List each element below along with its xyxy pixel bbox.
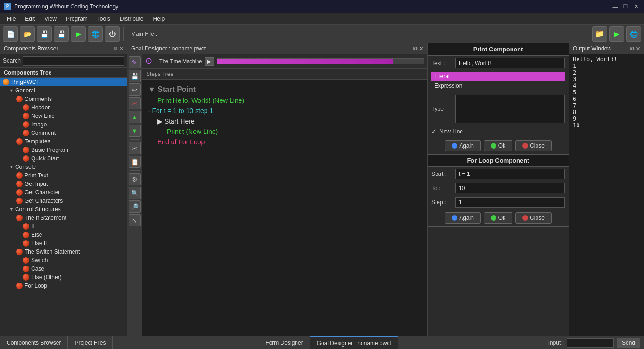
menu-item-help[interactable]: Help	[149, 15, 170, 23]
tree-node-getcharacter[interactable]: Get Character	[0, 188, 127, 197]
copy-tool[interactable]: ✂	[129, 142, 141, 154]
run-right-button[interactable]: ▶	[609, 26, 624, 42]
search-input[interactable]	[23, 56, 124, 66]
tree-node-controlstructures[interactable]: ▼Control Structures	[0, 205, 127, 214]
settings-tool[interactable]: ⚙	[129, 173, 141, 185]
tree-node-header[interactable]: Header	[0, 103, 127, 112]
print-close-button[interactable]: Close	[515, 140, 552, 151]
again-icon	[452, 143, 457, 149]
run-button[interactable]: ▶	[71, 26, 86, 42]
output-float-button[interactable]: ⧉	[630, 45, 635, 52]
minimize-button[interactable]: —	[611, 2, 619, 11]
tree-node-getinput[interactable]: Get Input	[0, 180, 127, 188]
web-button[interactable]: 🌐	[88, 26, 103, 42]
tree-node-templates[interactable]: Templates	[0, 137, 127, 146]
tree-node-general[interactable]: ▼General	[0, 86, 127, 95]
zoom-in-tool[interactable]: 🔍	[129, 187, 141, 199]
new-file-button[interactable]: 📄	[3, 26, 18, 42]
undo-tool[interactable]: ↩	[129, 83, 141, 96]
folder-right-button[interactable]: 📁	[592, 26, 607, 42]
tree-node-newline[interactable]: New Line	[0, 112, 127, 120]
type-literal[interactable]: Literal	[431, 72, 565, 81]
down-tool[interactable]: ▼	[129, 125, 141, 137]
web-right-button[interactable]: 🌐	[626, 26, 641, 42]
tree-node-forloop[interactable]: For Loop	[0, 282, 127, 290]
tab-goal-designer[interactable]: Goal Designer : noname.pwct	[310, 336, 398, 349]
tree-node-comment[interactable]: Comment	[0, 129, 127, 137]
loop-to-value[interactable]: 10	[455, 183, 565, 193]
output-line: 3	[573, 76, 640, 83]
expand-tool[interactable]: ⤡	[129, 214, 141, 226]
close-icon	[522, 143, 528, 149]
menu-item-program[interactable]: Program	[61, 15, 92, 23]
time-machine-progress[interactable]	[217, 58, 424, 64]
tree-node-case[interactable]: Case	[0, 265, 127, 273]
new-line-check[interactable]: ✓	[431, 128, 437, 135]
tree-node-switch[interactable]: Switch	[0, 256, 127, 265]
print-ok-button[interactable]: Ok	[484, 140, 512, 151]
menu-item-edit[interactable]: Edit	[20, 15, 40, 23]
tree-node-elseif[interactable]: Else If	[0, 239, 127, 248]
step-print-hello[interactable]: Print Hello, World! (New Line)	[146, 96, 423, 105]
tree-node-theifstatement[interactable]: The If Statement	[0, 214, 127, 222]
time-machine-icon: ⊙	[145, 56, 157, 67]
cut-tool[interactable]: ✂	[129, 97, 141, 109]
power-button[interactable]: ⏻	[105, 26, 120, 42]
tree-node-comments[interactable]: Comments	[0, 95, 127, 103]
send-button[interactable]: Send	[617, 338, 640, 348]
loop-close-button[interactable]: Close	[515, 212, 552, 224]
paste-tool[interactable]: 📋	[129, 156, 141, 168]
close-panel-button[interactable]: ✕	[119, 46, 123, 51]
print-again-button[interactable]: Again	[445, 140, 481, 151]
menu-item-view[interactable]: View	[40, 15, 61, 23]
float-button[interactable]: ⧉	[114, 46, 117, 51]
step-start-here[interactable]: ▶ Start Here	[146, 116, 423, 126]
time-machine-play[interactable]: ▶	[205, 57, 214, 66]
print-text-value[interactable]: Hello, World!	[455, 58, 565, 68]
save-small-button[interactable]: 💾	[37, 26, 52, 42]
tree-node-switchstatement[interactable]: The Switch Statement	[0, 248, 127, 256]
tree-node-image[interactable]: Image	[0, 120, 127, 129]
loop-ok-button[interactable]: Ok	[484, 212, 512, 224]
input-field[interactable]	[567, 338, 614, 348]
save-button[interactable]: 💾	[54, 26, 69, 42]
tree-node-else[interactable]: Else	[0, 231, 127, 239]
node-icon-elseif	[23, 240, 29, 247]
maximize-button[interactable]: ❐	[621, 2, 630, 11]
goal-float-button[interactable]: ⧉	[413, 45, 418, 52]
output-close-button[interactable]: ✕	[636, 45, 640, 52]
tree-triangle: ▼	[9, 165, 14, 169]
tab-form-designer[interactable]: Form Designer	[259, 336, 310, 349]
tree-node-ringpwct[interactable]: RingPWCT	[0, 78, 127, 86]
tree-node-basicprogram[interactable]: Basic Program	[0, 146, 127, 154]
step-for-loop[interactable]: - For t = 1 to 10 step 1	[146, 106, 423, 116]
print-text-row: Text : Hello, World!	[428, 56, 569, 71]
up-tool[interactable]: ▲	[129, 111, 141, 123]
titlebar: P Programming Without Coding Technology …	[0, 0, 644, 13]
loop-step-value[interactable]: 1	[455, 197, 565, 208]
tab-components-browser[interactable]: Components Browser	[0, 336, 68, 349]
node-icon-basicprogram	[23, 147, 29, 153]
step-print-t[interactable]: Print t (New Line)	[146, 127, 423, 136]
menu-item-tools[interactable]: Tools	[92, 15, 115, 23]
zoom-out-tool[interactable]: 🔎	[129, 200, 141, 213]
select-tool[interactable]: ✎	[129, 56, 141, 68]
open-button[interactable]: 📂	[20, 26, 35, 42]
menu-item-distribute[interactable]: Distribute	[115, 15, 149, 23]
tree-node-quickstart[interactable]: Quick Start	[0, 154, 127, 163]
save-tool[interactable]: 💾	[129, 70, 141, 82]
tree-node-getcharacters[interactable]: Get Characters	[0, 197, 127, 205]
goal-close-button[interactable]: ✕	[419, 45, 423, 52]
tree-node-console[interactable]: ▼Console	[0, 163, 127, 171]
loop-again-button[interactable]: Again	[445, 212, 481, 224]
tree-node-elseother[interactable]: Else (Other)	[0, 273, 127, 282]
loop-start-value[interactable]: t = 1	[455, 169, 565, 179]
tree-node-if[interactable]: If	[0, 222, 127, 231]
step-end-for[interactable]: End of For Loop	[146, 137, 423, 147]
type-expression[interactable]: Expression	[431, 81, 565, 91]
tree-node-printtext[interactable]: Print Text	[0, 171, 127, 180]
tab-project-files[interactable]: Project Files	[68, 336, 113, 349]
step-start-point[interactable]: ▼ Start Point	[146, 84, 423, 95]
close-button[interactable]: ✕	[632, 2, 640, 11]
menu-item-file[interactable]: File	[2, 15, 20, 23]
